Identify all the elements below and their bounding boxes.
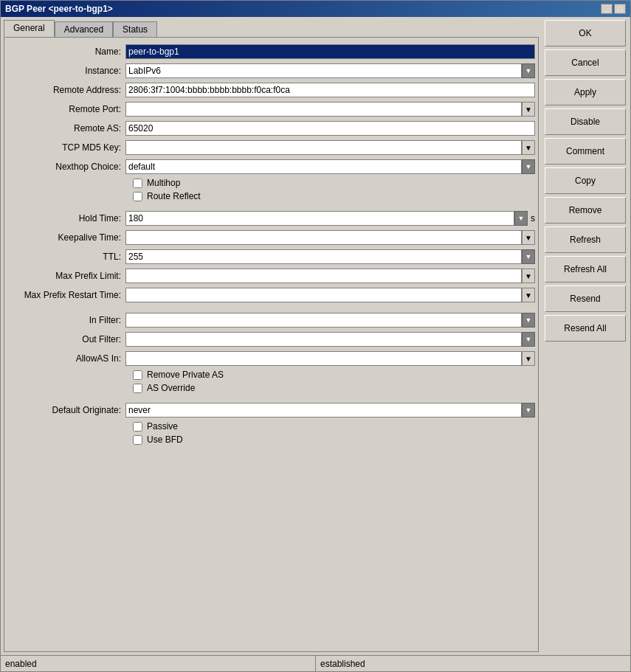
remote-port-control: ▼ xyxy=(125,102,535,117)
out-filter-dropdown-btn[interactable]: ▼ xyxy=(522,332,535,347)
tab-general[interactable]: General xyxy=(4,20,55,37)
tcp-md5-label: TCP MD5 Key: xyxy=(7,142,125,153)
remote-as-label: Remote AS: xyxy=(7,123,125,134)
ttl-row: TTL: ▼ xyxy=(7,249,535,265)
keepalive-time-input[interactable] xyxy=(125,230,522,245)
out-filter-input[interactable] xyxy=(125,332,522,347)
tcp-md5-dropdown: ▼ xyxy=(125,140,535,155)
name-label: Name: xyxy=(7,46,125,57)
max-prefix-restart-row: Max Prefix Restart Time: ▼ xyxy=(7,287,535,303)
remote-port-label: Remote Port: xyxy=(7,104,125,114)
remote-port-dropdown: ▼ xyxy=(125,102,535,117)
tab-status[interactable]: Status xyxy=(113,21,157,37)
remove-button[interactable]: Remove xyxy=(545,197,626,224)
status-left: enabled xyxy=(1,656,316,671)
remove-private-as-checkbox[interactable] xyxy=(133,370,142,380)
remote-as-input[interactable] xyxy=(125,121,535,136)
multihop-checkbox[interactable] xyxy=(133,179,142,188)
max-prefix-limit-input[interactable] xyxy=(125,269,522,283)
out-filter-label: Out Filter: xyxy=(7,334,125,344)
cancel-button[interactable]: Cancel xyxy=(545,49,626,76)
instance-label: Instance: xyxy=(7,66,125,76)
tab-content-general: Name: Instance: ▼ xyxy=(4,37,539,652)
out-filter-control: ▼ xyxy=(125,332,535,347)
instance-control: ▼ xyxy=(125,63,535,78)
minimize-button[interactable]: _ xyxy=(601,4,613,14)
divider-3 xyxy=(7,396,535,402)
as-override-label: AS Override xyxy=(147,383,195,393)
default-originate-dropdown: ▼ xyxy=(125,403,535,418)
name-control xyxy=(125,44,535,59)
hold-time-dropdown-btn[interactable]: ▼ xyxy=(514,211,528,226)
use-bfd-checkbox[interactable] xyxy=(133,435,142,445)
remote-port-row: Remote Port: ▼ xyxy=(7,101,535,117)
in-filter-input[interactable] xyxy=(125,313,522,328)
main-content: General Advanced Status Name: Instance: xyxy=(1,17,630,655)
restore-button[interactable]: □ xyxy=(614,4,626,14)
nexthop-choice-dropdown-btn[interactable]: ▼ xyxy=(522,159,535,174)
allowas-in-dropdown: ▼ xyxy=(125,351,535,366)
allowas-in-control: ▼ xyxy=(125,351,535,366)
in-filter-dropdown-btn[interactable]: ▼ xyxy=(522,313,535,328)
nexthop-choice-input[interactable] xyxy=(125,159,522,174)
allowas-in-dropdown-btn[interactable]: ▼ xyxy=(522,351,535,366)
default-originate-input[interactable] xyxy=(125,403,522,418)
max-prefix-limit-dropdown: ▼ xyxy=(125,269,535,283)
remote-address-label: Remote Address: xyxy=(7,85,125,95)
out-filter-row: Out Filter: ▼ xyxy=(7,331,535,347)
default-originate-dropdown-btn[interactable]: ▼ xyxy=(522,403,535,418)
keepalive-time-control: ▼ xyxy=(125,230,535,245)
instance-row: Instance: ▼ xyxy=(7,63,535,79)
tcp-md5-dropdown-btn[interactable]: ▼ xyxy=(522,140,535,155)
tab-advanced[interactable]: Advanced xyxy=(55,21,113,37)
out-filter-dropdown: ▼ xyxy=(125,332,535,347)
remote-port-input[interactable] xyxy=(125,102,522,117)
tabs: General Advanced Status xyxy=(4,20,539,37)
remove-private-as-label: Remove Private AS xyxy=(147,370,224,380)
max-prefix-restart-dropdown-btn[interactable]: ▼ xyxy=(522,288,535,302)
allowas-in-input[interactable] xyxy=(125,351,522,366)
ok-button[interactable]: OK xyxy=(545,20,626,46)
max-prefix-limit-label: Max Prefix Limit: xyxy=(7,271,125,281)
multihop-row: Multihop xyxy=(7,178,535,188)
remote-port-dropdown-btn[interactable]: ▼ xyxy=(522,102,535,117)
max-prefix-limit-control: ▼ xyxy=(125,269,535,283)
max-prefix-restart-input[interactable] xyxy=(125,288,522,302)
remote-address-input[interactable] xyxy=(125,83,535,97)
max-prefix-limit-dropdown-btn[interactable]: ▼ xyxy=(522,269,535,283)
in-filter-control: ▼ xyxy=(125,313,535,328)
max-prefix-restart-dropdown: ▼ xyxy=(125,288,535,302)
remote-address-control xyxy=(125,83,535,97)
nexthop-choice-label: Nexthop Choice: xyxy=(7,162,125,172)
instance-dropdown-btn[interactable]: ▼ xyxy=(522,63,535,78)
remove-private-as-row: Remove Private AS xyxy=(7,370,535,380)
keepalive-time-dropdown-btn[interactable]: ▼ xyxy=(522,230,535,245)
remote-as-control xyxy=(125,121,535,136)
ttl-input[interactable] xyxy=(125,249,522,264)
as-override-checkbox[interactable] xyxy=(133,384,142,393)
hold-time-dropdown: ▼ xyxy=(125,211,528,226)
tcp-md5-input[interactable] xyxy=(125,140,522,155)
ttl-label: TTL: xyxy=(7,252,125,262)
hold-time-input[interactable] xyxy=(125,211,514,226)
ttl-dropdown-btn[interactable]: ▼ xyxy=(522,249,535,264)
refresh-all-button[interactable]: Refresh All xyxy=(545,256,626,283)
refresh-button[interactable]: Refresh xyxy=(545,226,626,253)
comment-button[interactable]: Comment xyxy=(545,138,626,164)
title-bar-buttons: _ □ xyxy=(601,4,626,14)
instance-input[interactable] xyxy=(125,63,522,78)
ttl-control: ▼ xyxy=(125,249,535,264)
resend-all-button[interactable]: Resend All xyxy=(545,315,626,342)
disable-button[interactable]: Disable xyxy=(545,108,626,135)
name-input[interactable] xyxy=(125,44,535,59)
route-reflect-checkbox[interactable] xyxy=(133,192,142,201)
multihop-label: Multihop xyxy=(147,178,180,188)
copy-button[interactable]: Copy xyxy=(545,167,626,194)
resend-button[interactable]: Resend xyxy=(545,285,626,312)
passive-label: Passive xyxy=(147,421,178,432)
sidebar-buttons: OK Cancel Apply Disable Comment Copy Rem… xyxy=(542,17,630,655)
apply-button[interactable]: Apply xyxy=(545,79,626,105)
allowas-in-label: AllowAS In: xyxy=(7,353,125,364)
hold-time-control: ▼ s xyxy=(125,211,535,226)
passive-checkbox[interactable] xyxy=(133,422,142,432)
